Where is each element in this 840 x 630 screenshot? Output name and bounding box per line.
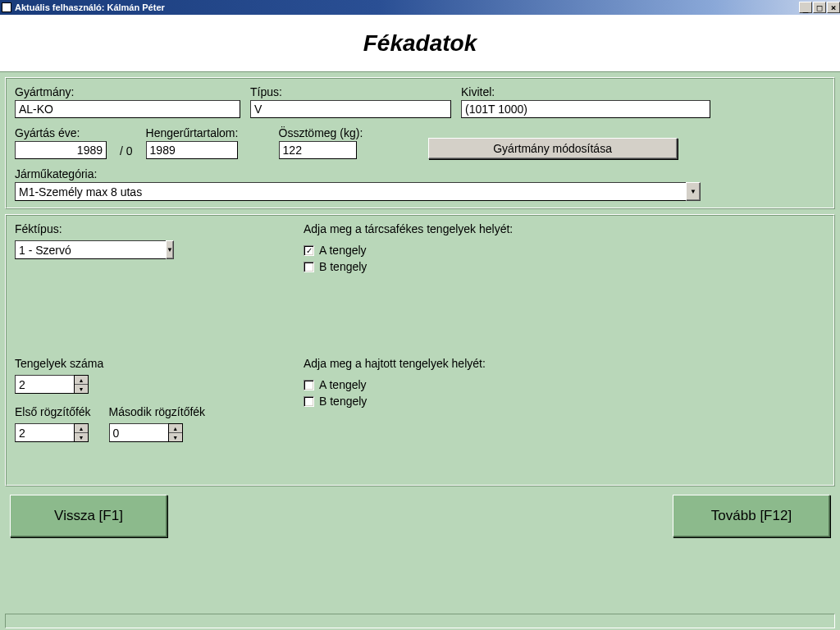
year-suffix: / 0 (116, 144, 136, 158)
manufacturer-label: Gyártmány: (15, 85, 240, 98)
chevron-up-icon[interactable]: ▲ (75, 376, 88, 385)
axlecount-value[interactable] (15, 375, 74, 394)
maximize-button[interactable]: □ (813, 2, 826, 13)
discbrake-a-label: A tengely (319, 244, 367, 257)
page-header: Fékadatok (0, 15, 840, 72)
displacement-field[interactable] (146, 141, 238, 159)
parkbrake1-stepper[interactable]: ▲ ▼ (15, 423, 91, 442)
brake-panel: Féktípus: ▼ Adja meg a tárcsafékes tenge… (5, 214, 835, 486)
parkbrake2-stepper[interactable]: ▲ ▼ (109, 423, 206, 442)
manufacturer-panel: Gyártmány: Típus: Kivitel: Gyártás éve: (5, 77, 835, 209)
driven-b-label: B tengely (319, 395, 367, 408)
year-label: Gyártás éve: (15, 126, 107, 139)
driven-b-checkbox[interactable]: B tengely (304, 395, 486, 408)
chevron-down-icon[interactable]: ▼ (686, 182, 701, 201)
manufacturer-field[interactable] (15, 100, 240, 118)
category-label: Járműkategória: (15, 167, 825, 180)
checkbox-icon (304, 262, 314, 272)
discbrake-a-checkbox[interactable]: ✓ A tengely (304, 244, 513, 257)
type-field[interactable] (250, 100, 451, 118)
axlecount-stepper[interactable]: ▲ ▼ (15, 375, 294, 394)
chevron-down-icon[interactable]: ▼ (75, 433, 88, 441)
checkbox-icon (304, 380, 314, 390)
parkbrake1-value[interactable] (15, 423, 74, 442)
title-bar: Aktuális felhasználó: Kálmán Péter _ □ × (0, 0, 840, 15)
driven-a-label: A tengely (319, 378, 367, 391)
driven-group-label: Adja meg a hajtott tengelyek helyét: (304, 357, 486, 370)
chevron-down-icon[interactable]: ▼ (169, 433, 182, 441)
back-button[interactable]: Vissza [F1] (10, 495, 167, 537)
parkbrake1-label: Első rögzítőfék (15, 405, 91, 418)
minimize-button[interactable]: _ (799, 2, 812, 13)
chevron-down-icon[interactable]: ▼ (75, 385, 88, 393)
chevron-down-icon[interactable]: ▼ (166, 240, 174, 259)
type-label: Típus: (250, 85, 451, 98)
axlecount-label: Tengelyek száma (15, 357, 294, 370)
discbrake-b-label: B tengely (319, 260, 367, 273)
parkbrake2-label: Második rögzítőfék (109, 405, 206, 418)
displacement-label: Hengerűrtartalom: (146, 126, 269, 139)
weight-field[interactable] (279, 141, 357, 159)
braketype-label: Féktípus: (15, 222, 294, 235)
driven-a-checkbox[interactable]: A tengely (304, 378, 486, 391)
checkbox-icon (304, 396, 314, 407)
footer-bar: Vissza [F1] Tovább [F12] (5, 491, 835, 537)
model-label: Kivitel: (461, 85, 825, 98)
modify-manufacturer-button[interactable]: Gyártmány módosítása (428, 138, 678, 159)
close-button[interactable]: × (827, 2, 840, 13)
model-field[interactable] (461, 100, 710, 118)
category-value[interactable] (15, 182, 686, 201)
page-title: Fékadatok (363, 30, 477, 57)
parkbrake2-value[interactable] (109, 423, 168, 442)
next-button[interactable]: Tovább [F12] (673, 495, 830, 537)
year-field[interactable] (15, 141, 107, 159)
discbrake-group-label: Adja meg a tárcsafékes tengelyek helyét: (304, 222, 513, 235)
chevron-up-icon[interactable]: ▲ (75, 424, 88, 433)
checkbox-icon: ✓ (304, 245, 314, 256)
category-select[interactable]: ▼ (15, 182, 701, 201)
app-icon (2, 2, 11, 12)
status-bar (5, 614, 835, 628)
weight-label: Össztömeg (kg): (279, 126, 418, 139)
chevron-up-icon[interactable]: ▲ (169, 424, 182, 433)
discbrake-b-checkbox[interactable]: B tengely (304, 260, 513, 273)
window-title: Aktuális felhasználó: Kálmán Péter (15, 2, 165, 12)
braketype-select[interactable]: ▼ (15, 240, 167, 259)
braketype-value[interactable] (15, 240, 166, 259)
